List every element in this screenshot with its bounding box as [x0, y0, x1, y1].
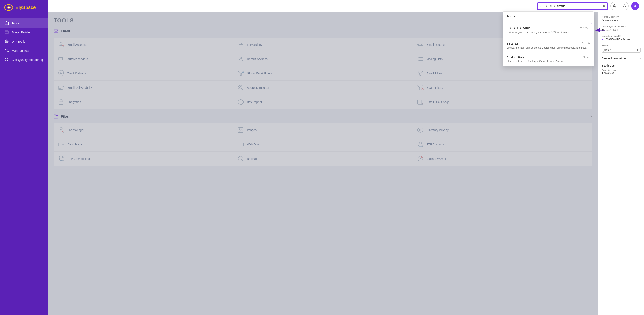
sidebar-item-wp-label: WP Toolkit: [12, 40, 26, 43]
server-info-arrow-icon: ›: [640, 57, 641, 60]
svg-line-7: [8, 60, 8, 61]
user-analytics-value: 10681f58-d9f5-49e1-aa: [604, 38, 630, 41]
last-login-label: Last Login IP Address: [602, 25, 641, 28]
email-accounts-stat: Email Accounts 1 / 5 (20%): [602, 69, 641, 74]
home-directory-section: Home Directory /home/startups: [602, 15, 641, 22]
last-login-value: 152.58.111.24: [602, 28, 641, 31]
notification-count: 4: [634, 4, 636, 8]
theme-label: Theme: [602, 44, 641, 47]
server-info-label: Server Information: [602, 57, 626, 60]
user-icon: [612, 4, 616, 8]
svg-rect-3: [5, 31, 8, 34]
right-panel: Home Directory /home/startups Last Login…: [598, 12, 644, 315]
sidebar-item-wp-toolkit[interactable]: WP Toolkit: [0, 37, 48, 46]
ssl-tls-status-category: Security: [580, 26, 588, 29]
server-info-section: Server Information ›: [602, 56, 641, 61]
logo-icon: [4, 4, 13, 11]
theme-chevron-icon: ▼: [636, 49, 639, 51]
wordpress-icon: [4, 39, 9, 43]
search-quality-icon: [4, 57, 9, 62]
svg-point-11: [624, 4, 626, 6]
user-analytics-value-container: 10681f58-d9f5-49e1-aa: [602, 38, 641, 41]
svg-rect-2: [5, 22, 8, 25]
account-button[interactable]: [621, 2, 628, 10]
email-accounts-stat-value: 1 / 5 (20%): [602, 71, 641, 74]
svg-point-1: [8, 7, 10, 8]
dropdown-item-ssl-tls-status[interactable]: Security SSL/TLS Status View, upgrade, o…: [504, 23, 592, 37]
search-dropdown: Tools Security SSL/TLS Status View, upgr…: [503, 11, 594, 66]
notification-badge[interactable]: 4: [631, 2, 639, 10]
arrow-indicator: [594, 28, 606, 33]
theme-value: jupiter: [604, 49, 610, 51]
ssl-tls-title: SSL/TLS: [506, 42, 590, 45]
analog-stats-category: Metrics: [583, 56, 590, 58]
user-analytics-label: User Analytics ID: [602, 35, 641, 37]
theme-select[interactable]: jupiter ▼: [602, 47, 641, 52]
svg-point-5: [6, 49, 7, 50]
sidebar-item-sitejet[interactable]: Sitejet Builder: [0, 28, 48, 37]
header: ✕ 4: [48, 0, 644, 12]
sidebar-item-sitejet-label: Sitejet Builder: [12, 30, 31, 34]
sidebar-item-site-quality[interactable]: Site Quality Monitoring: [0, 55, 48, 64]
logo[interactable]: ElySpace: [0, 0, 48, 15]
analog-stats-desc: View data from the Analog traffic statis…: [506, 60, 590, 63]
theme-section: Theme jupiter ▼: [602, 44, 641, 52]
analytics-dot: [602, 39, 604, 40]
sidebar-item-manage-team-label: Manage Team: [12, 49, 32, 52]
statistics-title: Statistics: [602, 64, 641, 67]
dropdown-header: Tools: [503, 12, 594, 21]
logo-text: ElySpace: [16, 5, 36, 10]
arrow-left-icon: [594, 28, 606, 33]
sidebar-item-manage-team[interactable]: Manage Team: [0, 46, 48, 55]
account-icon: [622, 4, 627, 8]
statistics-section: Statistics Email Accounts 1 / 5 (20%): [602, 64, 641, 74]
home-directory-label: Home Directory: [602, 15, 641, 18]
home-directory-value: /home/startups: [602, 19, 641, 22]
svg-point-10: [614, 4, 615, 6]
sidebar: ElySpace Tools Sitejet Builder WP Toolki…: [0, 0, 48, 315]
search-clear-button[interactable]: ✕: [603, 4, 605, 8]
sidebar-item-tools[interactable]: Tools: [0, 18, 48, 28]
sidebar-nav: Tools Sitejet Builder WP Toolkit Manage …: [0, 15, 48, 67]
search-container[interactable]: ✕: [537, 2, 608, 10]
user-analytics-section: User Analytics ID 10681f58-d9f5-49e1-aa: [602, 35, 641, 41]
user-profile-button[interactable]: [610, 2, 618, 10]
search-input[interactable]: [545, 4, 601, 8]
server-info-row[interactable]: Server Information ›: [602, 56, 641, 61]
ssl-tls-status-title: SSL/TLS Status: [509, 26, 588, 30]
dropdown-item-analog-stats[interactable]: Metrics Analog Stats View data from the …: [503, 53, 594, 66]
ssl-tls-desc: Create, manage, and delete SSL certifica…: [506, 46, 590, 50]
dropdown-item-ssl-tls[interactable]: Security SSL/TLS Create, manage, and del…: [503, 39, 594, 53]
svg-point-8: [540, 5, 542, 7]
ssl-tls-status-desc: View, upgrade, or renew your domains' SS…: [509, 30, 588, 34]
last-login-section: Last Login IP Address 152.58.111.24: [602, 25, 641, 31]
sidebar-item-site-quality-label: Site Quality Monitoring: [12, 58, 43, 61]
analog-stats-title: Analog Stats: [506, 56, 590, 59]
svg-line-9: [542, 7, 542, 7]
users-icon: [4, 48, 9, 52]
email-accounts-stat-label: Email Accounts: [602, 69, 641, 71]
sidebar-item-tools-label: Tools: [12, 21, 19, 25]
search-icon: [540, 4, 543, 8]
ssl-tls-category: Security: [582, 42, 590, 44]
layout-icon: [4, 30, 9, 34]
briefcase-icon: [4, 21, 9, 25]
svg-point-6: [5, 58, 8, 61]
